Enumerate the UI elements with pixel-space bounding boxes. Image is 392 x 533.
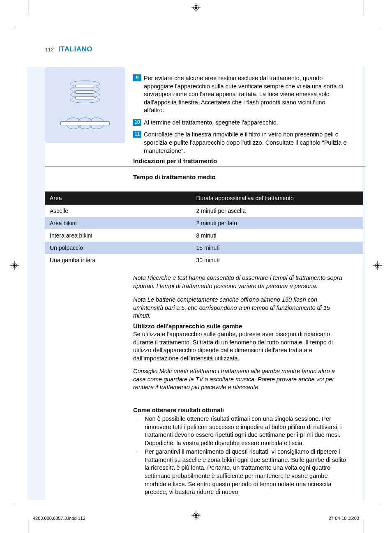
- cell-duration: 2 minuti per lato: [191, 217, 364, 229]
- step-number-badge: 10: [133, 119, 141, 126]
- list-item: -Non è possibile ottenere risultati otti…: [133, 415, 347, 447]
- cell-area: Ascelle: [45, 205, 191, 217]
- crop-mark: [0, 506, 14, 506]
- table-header-area: Area: [45, 192, 191, 205]
- crop-mark: [364, 0, 364, 14]
- list-item: -Per garantirvi il mantenimento di quest…: [133, 448, 347, 496]
- cell-duration: 8 minuti: [191, 229, 364, 242]
- footer-file: 4203.000.6357.3.indd 112: [33, 516, 85, 521]
- sub-heading: Tempo di trattamento medio: [133, 173, 216, 180]
- crop-mark: [28, 519, 28, 533]
- step-text: Al termine del trattamento, spegnete l'a…: [144, 119, 278, 127]
- tip-text: Consiglio Molti utenti effettuano i trat…: [133, 367, 347, 392]
- instruction-step: 10 Al termine del trattamento, spegnete …: [133, 119, 347, 127]
- dash-icon: -: [133, 448, 145, 496]
- overlap-diagram-bottom: [58, 117, 112, 129]
- section-legs: Utilizzo dell'apparecchio sulle gambe Se…: [133, 323, 347, 392]
- section-heading: Indicazioni per il trattamento: [133, 157, 365, 167]
- overlap-diagram-top: [70, 81, 100, 104]
- instruction-step: 9 Per evitare che alcune aree restino es…: [133, 74, 347, 115]
- cell-duration: 15 minuti: [191, 242, 364, 254]
- step-text: Controllate che la finestra rimovibile e…: [144, 131, 347, 155]
- language-header: ITALIANO: [58, 45, 92, 53]
- page-number: 112: [45, 46, 54, 53]
- crop-mark: [378, 27, 392, 27]
- cell-duration: 2 minuti per ascella: [191, 205, 364, 217]
- dash-icon: -: [133, 415, 145, 447]
- bullet-text: Per garantirvi il mantenimento di questi…: [145, 448, 347, 496]
- cell-area: Un polpaccio: [45, 242, 191, 254]
- footer-date: 27-04-10 15:00: [328, 516, 359, 521]
- instruction-list: 9 Per evitare che alcune aree restino es…: [133, 74, 347, 159]
- treatment-time-table: Area Durata approssimativa del trattamen…: [45, 192, 363, 266]
- cell-duration: 30 minuti: [191, 254, 364, 266]
- crop-mark: [28, 0, 28, 14]
- crop-mark: [0, 27, 14, 27]
- note-text: Nota Ricerche e test hanno consentito di…: [133, 274, 347, 290]
- table-row: Ascelle2 minuti per ascella: [45, 205, 363, 217]
- table-row: Una gamba intera30 minuti: [45, 254, 363, 266]
- registration-mark-icon: [10, 261, 19, 270]
- instruction-step: 11 Controllate che la finestra rimovibil…: [133, 131, 347, 155]
- section-title: Utilizzo dell'apparecchio sulle gambe: [133, 323, 347, 330]
- margin-shade: [362, 67, 365, 500]
- step-number-badge: 9: [133, 74, 141, 81]
- table-header-duration: Durata approssimativa del trattamento: [191, 192, 364, 205]
- bullet-list: -Non è possibile ottenere risultati otti…: [133, 415, 347, 496]
- body-text: Se utilizzate l'apparecchio sulle gambe,…: [133, 330, 347, 362]
- registration-mark-icon: [373, 261, 382, 270]
- cell-area: Area bikini: [45, 217, 191, 229]
- margin-shade: [27, 67, 45, 500]
- step-number-badge: 11: [133, 131, 141, 138]
- table-row: Area bikini2 minuti per lato: [45, 217, 363, 229]
- notes-block: Nota Ricerche e test hanno consentito di…: [133, 274, 347, 326]
- illustration: [45, 67, 125, 143]
- crop-mark: [378, 506, 392, 506]
- registration-mark-icon: [191, 3, 201, 12]
- bullet-text: Non è possibile ottenere risultati ottim…: [145, 415, 347, 447]
- step-text: Per evitare che alcune aree restino escl…: [144, 74, 347, 115]
- crop-mark: [364, 519, 364, 533]
- table-row: Un polpaccio15 minuti: [45, 242, 363, 254]
- heading-text: Indicazioni per il trattamento: [133, 157, 365, 167]
- cell-area: Intera area bikini: [45, 229, 191, 242]
- table-row: Intera area bikini8 minuti: [45, 229, 363, 242]
- section-title: Come ottenere risultati ottimali: [133, 406, 347, 413]
- footer: 4203.000.6357.3.indd 112 27-04-10 15:00: [33, 516, 359, 521]
- note-text: Nota Le batterie completamente cariche o…: [133, 296, 347, 320]
- section-results: Come ottenere risultati ottimali -Non è …: [133, 406, 347, 497]
- cell-area: Una gamba intera: [45, 254, 191, 266]
- divider: [45, 166, 365, 166]
